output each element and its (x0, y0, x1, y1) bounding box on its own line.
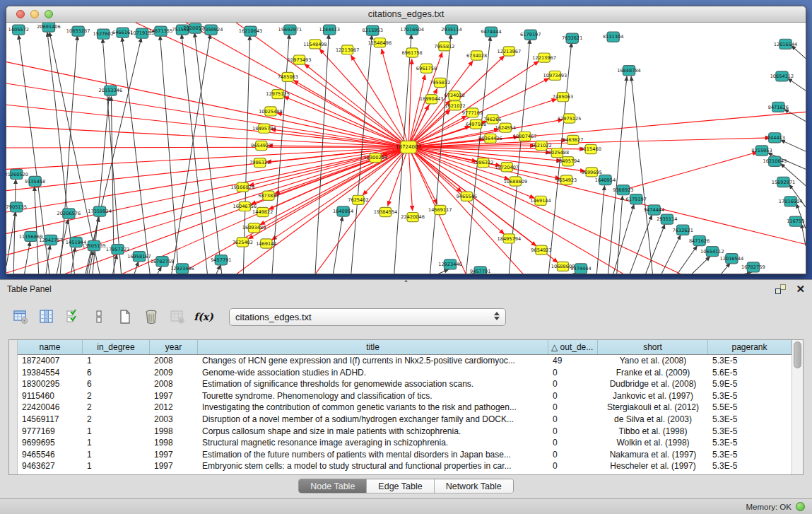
black-edge[interactable] (182, 34, 208, 274)
black-edge[interactable] (792, 45, 806, 58)
fx-label: f(x) (194, 311, 213, 322)
column-header-pagerank[interactable]: pagerank (708, 340, 792, 354)
float-panel-icon[interactable] (775, 284, 786, 294)
node-label: 7632621 (562, 35, 582, 41)
cell: 49 (548, 355, 598, 367)
node-label: 9699695 (581, 170, 601, 175)
row-height-icon[interactable] (88, 305, 110, 328)
red-edge[interactable] (277, 113, 408, 147)
tab-network-table[interactable]: Network Table (435, 479, 513, 493)
red-edge[interactable] (6, 147, 408, 233)
node-label: 18300295 (364, 155, 388, 160)
black-edge[interactable] (35, 187, 39, 274)
black-edge[interactable] (157, 267, 161, 274)
black-edge[interactable] (631, 76, 652, 274)
network-window-titlebar[interactable]: citations_edges.txt (6, 6, 806, 23)
red-edge[interactable] (271, 147, 408, 240)
black-edge[interactable] (608, 76, 627, 274)
column-header-short[interactable]: short (598, 340, 708, 354)
red-edge[interactable] (623, 152, 758, 190)
table-scrollbar[interactable] (792, 340, 803, 474)
scrollbar-thumb[interactable] (794, 341, 801, 368)
network-graph[interactable]: 1405572206914061065328715276026466161107… (6, 23, 806, 274)
column-header-in_degree[interactable]: in_degree (83, 340, 150, 354)
black-edge[interactable] (661, 235, 681, 274)
black-edge[interactable] (645, 224, 664, 274)
column-header-year[interactable]: year (150, 340, 198, 354)
red-edge[interactable] (305, 64, 408, 147)
column-header-name[interactable]: name (18, 340, 83, 354)
memory-ok-indicator (796, 502, 805, 511)
new-table-icon[interactable] (114, 305, 136, 328)
red-edge[interactable] (6, 62, 408, 147)
black-edge[interactable] (315, 34, 329, 274)
cell: Jankovic et al. (1997) (598, 390, 708, 402)
select-columns-icon[interactable] (62, 305, 83, 328)
column-header-title[interactable]: title (198, 340, 548, 354)
black-edge[interactable] (617, 196, 623, 274)
table-row[interactable]: 2242004622012Investigating the contribut… (18, 402, 792, 414)
cell: 1998 (150, 426, 198, 438)
table-row[interactable]: 946554611997Estimation of the future num… (18, 449, 792, 461)
black-edge[interactable] (630, 215, 652, 274)
black-edge[interactable] (216, 265, 220, 274)
red-edge[interactable] (351, 55, 409, 147)
delete-table-icon[interactable] (141, 305, 162, 328)
table-row[interactable]: 911546021997Tourette syndrome. Phenomeno… (18, 390, 792, 402)
black-edge[interactable] (466, 36, 490, 274)
red-edge[interactable] (284, 97, 408, 147)
table-row[interactable]: 1830029562008Estimation of significance … (18, 378, 792, 390)
node-label: 16958167 (127, 254, 151, 259)
table-row[interactable]: 946362711997Embryonic stem cells: a mode… (18, 460, 792, 472)
black-edge[interactable] (57, 219, 68, 274)
black-edge[interactable] (112, 255, 117, 274)
table-settings-icon[interactable] (10, 305, 31, 328)
black-edge[interactable] (134, 262, 139, 274)
black-edge[interactable] (721, 263, 730, 274)
node-label: 16782759 (741, 264, 765, 270)
cell: 1997 (150, 390, 198, 402)
black-edge[interactable] (784, 109, 806, 121)
tab-node-table[interactable]: Node Table (299, 479, 367, 493)
network-window-title: citations_edges.txt (6, 8, 806, 19)
node-label: 7625402 (348, 197, 368, 203)
cell: 5.5E-5 (708, 402, 792, 414)
red-edge[interactable] (408, 147, 535, 198)
black-edge[interactable] (677, 246, 697, 274)
black-edge[interactable] (437, 269, 449, 274)
table-row[interactable]: 1456911722003Disruption of a novel membe… (18, 414, 792, 426)
close-panel-icon[interactable]: ✕ (796, 284, 805, 294)
black-edge[interactable] (122, 37, 151, 274)
black-edge[interactable] (13, 179, 16, 274)
table-row[interactable]: 1938455462009Genome-wide association stu… (18, 367, 792, 379)
cell: 5.6E-5 (708, 367, 792, 379)
black-edge[interactable] (613, 204, 634, 274)
column-header-out_de[interactable]: △ out_de... (548, 340, 598, 354)
panel-splitter-handle[interactable]: ▴ (401, 279, 412, 283)
black-edge[interactable] (351, 35, 372, 274)
black-edge[interactable] (24, 241, 30, 274)
black-edge[interactable] (333, 216, 342, 274)
node-label: 7955812 (434, 44, 454, 49)
column-settings-icon[interactable] (36, 305, 57, 328)
black-edge[interactable] (788, 78, 806, 90)
node-label: 5873833 (258, 193, 278, 199)
black-edge[interactable] (780, 140, 806, 151)
tab-edge-table[interactable]: Edge Table (367, 479, 434, 493)
node-label: 22420046 (401, 214, 425, 220)
network-canvas[interactable]: 1405572206914061065328715276026466161107… (6, 23, 806, 274)
table-row[interactable]: 1872400712008Changes of HCN gene express… (18, 355, 792, 367)
cell: 18300295 (18, 378, 83, 390)
table-row[interactable]: 969969511998Structural magnetic resonanc… (18, 437, 792, 449)
table-row[interactable]: 977716911998Corpus callosum shape and si… (18, 426, 792, 438)
function-builder-icon[interactable]: f(x) (193, 305, 214, 328)
red-edge[interactable] (6, 105, 408, 147)
black-edge[interactable] (691, 257, 710, 274)
red-edge[interactable] (269, 147, 408, 209)
table-body: 1872400712008Changes of HCN gene express… (18, 355, 792, 474)
attribute-table: namein_degreeyeartitle△ out_de...shortpa… (8, 339, 804, 475)
black-edge[interactable] (194, 33, 222, 274)
red-edge[interactable] (408, 147, 413, 211)
memory-status-label: Memory: OK (746, 503, 792, 511)
table-selector-dropdown[interactable]: citations_edges.txt (229, 308, 506, 326)
